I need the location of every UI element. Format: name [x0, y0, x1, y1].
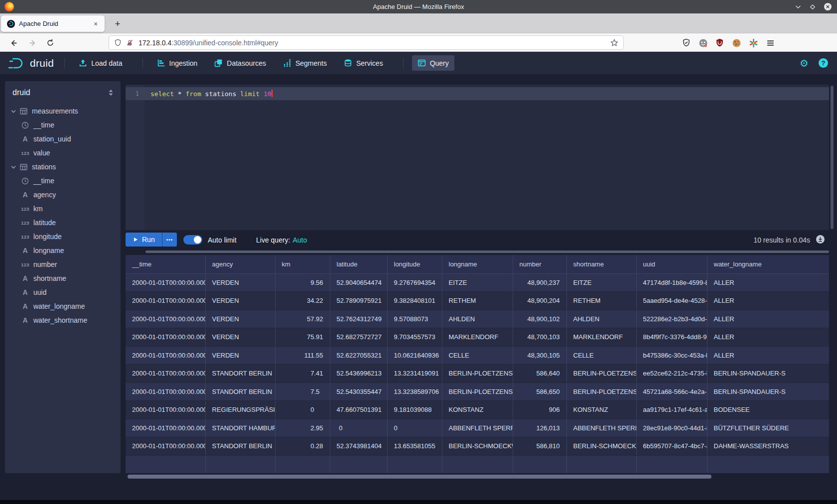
cell-time[interactable]: 2000-01-01T00:00:00.000Z	[126, 346, 205, 365]
tree-item-longitude[interactable]: 123longitude	[5, 230, 121, 244]
cell-longitude[interactable]: 9.2767694354	[387, 273, 442, 292]
cell-water-longname[interactable]: ALLER	[707, 292, 829, 310]
cell-longitude[interactable]: 13.3238589706	[387, 382, 442, 401]
tree-item-latitude[interactable]: 123latitude	[5, 216, 121, 230]
cell-longitude[interactable]: 13.3231419091	[387, 365, 442, 383]
cell-latitude[interactable]: 52.7624312749	[330, 310, 387, 328]
cell-uuid[interactable]: 522286e2-b2b3-4d0d-9a	[636, 310, 707, 328]
cell-uuid[interactable]: 6b595707-8c47-4bc7-a8	[636, 437, 707, 456]
window-maximize-icon[interactable]	[809, 3, 816, 10]
cell-uuid[interactable]: 47174d8f-1b8e-4599-8a	[636, 273, 707, 292]
settings-gear-icon[interactable]: ⚙	[800, 58, 809, 68]
cell-agency[interactable]: VERDEN	[205, 273, 275, 292]
chevron-down-icon[interactable]	[9, 110, 17, 113]
query-editor[interactable]: 1 select * from stations limit 10	[126, 85, 829, 230]
cell-number[interactable]: 48,900,237	[513, 273, 566, 292]
query-text[interactable]: select * from stations limit 10	[144, 90, 273, 98]
cell-km[interactable]: 7.41	[275, 365, 330, 383]
cell-water-longname[interactable]: ALLER	[707, 328, 829, 347]
auto-limit-toggle[interactable]	[183, 235, 202, 245]
new-tab-button[interactable]: +	[111, 17, 125, 31]
tree-item-water-longname[interactable]: Awater_longname	[5, 299, 121, 313]
cell-water-longname[interactable]: BERLIN-SPANDAUER-S	[707, 382, 829, 401]
cell-km[interactable]: 7.50	[275, 382, 330, 401]
cell-water-longname[interactable]: ALLER	[707, 346, 829, 365]
cell-time[interactable]: 2000-01-01T00:00:00.000Z	[126, 382, 205, 401]
cookie-extension-icon[interactable]	[730, 37, 742, 49]
nav-item-query[interactable]: Query	[412, 55, 454, 71]
tree-item-stations[interactable]: stations	[5, 160, 121, 174]
run-button[interactable]: Run	[126, 233, 163, 247]
cell-shortname[interactable]: ABBENFLETH SPERRWEI	[566, 419, 636, 437]
cell-uuid[interactable]: 45721a68-566c-4e2a-a6	[636, 382, 707, 401]
cell-number[interactable]: 906	[513, 401, 566, 419]
column-header-longname[interactable]: longname	[442, 255, 513, 273]
url-bar[interactable]: 172.18.0.4:30899/unified-console.html#qu…	[109, 35, 624, 50]
asterisk-extension-icon[interactable]	[747, 37, 759, 49]
cell-latitude[interactable]: 52.6827572727	[330, 328, 387, 347]
cell-latitude[interactable]: 52.7890975921	[330, 292, 387, 310]
cell-number[interactable]: 586,640	[513, 365, 566, 383]
cell-shortname[interactable]: MARKLENDORF	[566, 328, 636, 347]
chevron-down-icon[interactable]	[9, 165, 17, 169]
cell-longname[interactable]: KONSTANZ	[442, 401, 513, 419]
cell-km[interactable]: 2.95	[275, 419, 330, 437]
back-button[interactable]	[7, 36, 20, 49]
nav-item-datasources[interactable]: Datasources	[209, 55, 272, 71]
column-header-km[interactable]: km	[275, 255, 330, 273]
cell-longname[interactable]: RETHEM	[442, 292, 513, 310]
run-more-button[interactable]: •••	[162, 233, 177, 247]
reload-button[interactable]	[44, 36, 57, 49]
column-header-uuid[interactable]: uuid	[636, 255, 707, 273]
tree-item-longname[interactable]: Alongname	[5, 244, 121, 257]
cell-longitude[interactable]: 9.3828408101	[387, 292, 442, 310]
nav-item-ingestion[interactable]: Ingestion	[151, 55, 203, 71]
tree-item-station-uuid[interactable]: Astation_uuid	[5, 132, 121, 146]
cell-number[interactable]: 586,810	[513, 437, 566, 456]
table-horizontal-scrollbar[interactable]	[128, 475, 711, 479]
cell-km[interactable]: 34.22	[275, 292, 330, 310]
cell-time[interactable]: 2000-01-01T00:00:00.000Z	[126, 310, 205, 328]
cell-water-longname[interactable]: ALLER	[707, 273, 829, 292]
cell-time[interactable]: 2000-01-01T00:00:00.000Z	[126, 273, 205, 292]
cell-number[interactable]: 48,300,105	[513, 346, 566, 365]
cell-latitude[interactable]: 52.5430355447	[330, 382, 387, 401]
cell-longitude[interactable]: 0.0000000000	[387, 419, 442, 437]
nav-item-segments[interactable]: Segments	[278, 55, 332, 71]
tree-item-km[interactable]: 123km	[5, 202, 121, 216]
cell-water-longname[interactable]: BÜTZFLETHER SÜDERE	[707, 419, 829, 437]
tree-item-agency[interactable]: Aagency	[5, 188, 121, 202]
column-header-latitude[interactable]: latitude	[330, 255, 387, 273]
cell-longname[interactable]: AHLDEN	[442, 310, 513, 328]
cell-km[interactable]: 57.92	[275, 310, 330, 328]
column-header-time[interactable]: __time	[126, 255, 205, 273]
tree-item-time[interactable]: __time	[5, 118, 121, 132]
cell-longname[interactable]: BERLIN-PLOETZENSEE C	[442, 365, 513, 383]
nav-item-load-data[interactable]: Load data	[73, 55, 128, 71]
cell-longitude[interactable]: 9.7034557573	[387, 328, 442, 347]
tree-item-time[interactable]: __time	[5, 174, 121, 188]
browser-tab[interactable]: Apache Druid ×	[1, 15, 105, 32]
bookmark-star-icon[interactable]	[610, 39, 618, 47]
cell-uuid[interactable]: 8b4f9f7c-3376-4dd8-95c	[636, 328, 707, 347]
cell-time[interactable]: 2000-01-01T00:00:00.000Z	[126, 419, 205, 437]
cell-km[interactable]: 0.28	[275, 437, 330, 456]
ublock-extension-icon[interactable]	[713, 37, 725, 49]
cell-agency[interactable]: STANDORT BERLIN	[205, 382, 275, 401]
cell-longname[interactable]: ABBENFLETH SPERRWEI	[442, 419, 513, 437]
cell-number[interactable]: 48,900,102	[513, 310, 566, 328]
column-header-shortname[interactable]: shortname	[566, 255, 636, 273]
column-header-longitude[interactable]: longitude	[387, 255, 442, 273]
schema-name[interactable]: druid	[12, 88, 30, 97]
cell-shortname[interactable]: EITZE	[566, 273, 636, 292]
cell-longitude[interactable]: 10.0621640936	[387, 346, 442, 365]
cell-agency[interactable]: STANDORT BERLIN	[205, 437, 275, 456]
cell-agency[interactable]: VERDEN	[205, 346, 275, 365]
tree-item-measurements[interactable]: measurements	[5, 104, 121, 118]
cell-agency[interactable]: VERDEN	[205, 328, 275, 347]
tree-item-value[interactable]: 123value	[5, 146, 121, 160]
cell-km[interactable]: 9.56	[275, 273, 330, 292]
editor-scrollbar[interactable]	[831, 86, 834, 229]
cell-longname[interactable]: EITZE	[442, 273, 513, 292]
cell-km[interactable]: 75.91	[275, 328, 330, 347]
